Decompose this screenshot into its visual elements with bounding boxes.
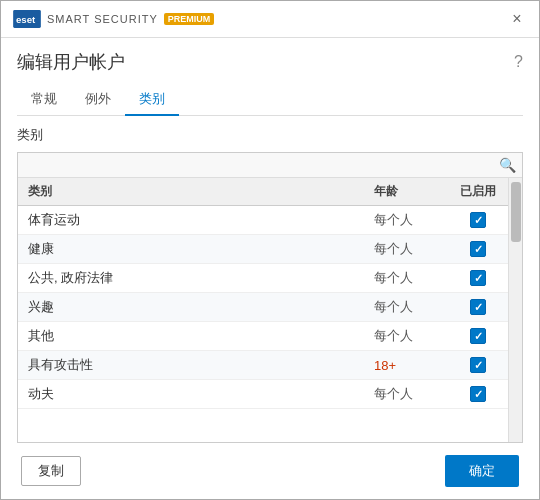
table-header: 类别 年龄 已启用 — [18, 178, 508, 206]
scrollbar-thumb[interactable] — [511, 182, 521, 242]
bottom-area: 复制 确定 — [17, 445, 523, 491]
cell-category-0: 体育运动 — [18, 211, 368, 229]
cell-category-2: 公共, 政府法律 — [18, 269, 368, 287]
tab-general[interactable]: 常规 — [17, 84, 71, 116]
col-header-category: 类别 — [18, 183, 368, 200]
cell-category-6: 动夫 — [18, 385, 368, 403]
app-name-label: SMART SECURITY — [47, 13, 158, 25]
title-bar-left: eset SMART SECURITY PREMIUM — [13, 10, 214, 28]
svg-text:eset: eset — [16, 14, 36, 25]
cell-category-1: 健康 — [18, 240, 368, 258]
help-icon[interactable]: ? — [514, 53, 523, 71]
cell-age-4: 每个人 — [368, 327, 448, 345]
cell-enabled-3[interactable] — [448, 299, 508, 315]
table-row: 兴趣 每个人 — [18, 293, 508, 322]
table-row: 其他 每个人 — [18, 322, 508, 351]
cell-age-0: 每个人 — [368, 211, 448, 229]
checkbox-1[interactable] — [470, 241, 486, 257]
cell-age-2: 每个人 — [368, 269, 448, 287]
search-icon[interactable]: 🔍 — [499, 157, 516, 173]
table-row: 公共, 政府法律 每个人 — [18, 264, 508, 293]
tabs-container: 常规 例外 类别 — [17, 84, 523, 116]
cell-enabled-5[interactable] — [448, 357, 508, 373]
checkbox-6[interactable] — [470, 386, 486, 402]
cell-category-3: 兴趣 — [18, 298, 368, 316]
cell-enabled-1[interactable] — [448, 241, 508, 257]
col-header-enabled: 已启用 — [448, 183, 508, 200]
scrollbar-track[interactable] — [508, 178, 522, 442]
page-title: 编辑用户帐户 — [17, 50, 125, 74]
cell-enabled-4[interactable] — [448, 328, 508, 344]
cell-category-4: 其他 — [18, 327, 368, 345]
col-header-age: 年龄 — [368, 183, 448, 200]
confirm-button[interactable]: 确定 — [445, 455, 519, 487]
cell-age-3: 每个人 — [368, 298, 448, 316]
cell-age-6: 每个人 — [368, 385, 448, 403]
checkbox-2[interactable] — [470, 270, 486, 286]
checkbox-4[interactable] — [470, 328, 486, 344]
table-area: 🔍 类别 年龄 已启用 体育运动 每个人 健康 每个人 — [17, 152, 523, 443]
checkbox-3[interactable] — [470, 299, 486, 315]
page-header: 编辑用户帐户 ? — [17, 50, 523, 74]
table-row: 动夫 每个人 — [18, 380, 508, 409]
search-bar: 🔍 — [18, 153, 522, 178]
tab-exceptions[interactable]: 例外 — [71, 84, 125, 116]
tab-categories[interactable]: 类别 — [125, 84, 179, 116]
copy-button[interactable]: 复制 — [21, 456, 81, 486]
eset-logo: eset — [13, 10, 41, 28]
table-row: 体育运动 每个人 — [18, 206, 508, 235]
table-row: 健康 每个人 — [18, 235, 508, 264]
cell-category-5: 具有攻击性 — [18, 356, 368, 374]
checkbox-5[interactable] — [470, 357, 486, 373]
close-button[interactable]: × — [507, 9, 527, 29]
premium-badge: PREMIUM — [164, 13, 215, 25]
cell-enabled-2[interactable] — [448, 270, 508, 286]
section-label: 类别 — [17, 126, 523, 144]
cell-enabled-0[interactable] — [448, 212, 508, 228]
title-bar: eset SMART SECURITY PREMIUM × — [1, 1, 539, 38]
main-content: 编辑用户帐户 ? 常规 例外 类别 类别 🔍 类别 年龄 已启用 — [1, 38, 539, 499]
checkbox-0[interactable] — [470, 212, 486, 228]
cell-age-5: 18+ — [368, 358, 448, 373]
table-row: 具有攻击性 18+ — [18, 351, 508, 380]
eset-logo-icon: eset — [13, 10, 41, 28]
data-table: 类别 年龄 已启用 体育运动 每个人 健康 每个人 公共, 政府法律 — [18, 178, 508, 442]
cell-age-1: 每个人 — [368, 240, 448, 258]
cell-enabled-6[interactable] — [448, 386, 508, 402]
